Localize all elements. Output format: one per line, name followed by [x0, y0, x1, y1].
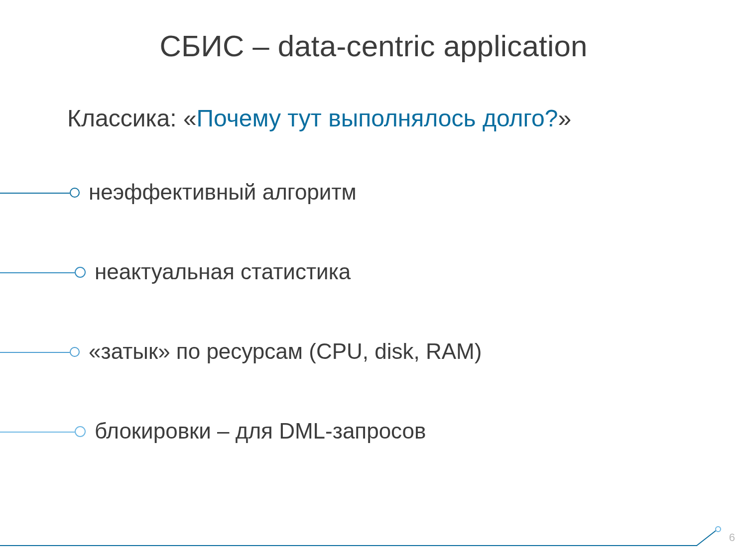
- footer-circle-icon: [715, 526, 721, 532]
- bullet-item: неэффективный алгоритм: [0, 177, 747, 256]
- bullet-text: неактуальная статистика: [95, 259, 351, 284]
- bullet-circle-icon: [70, 347, 80, 357]
- footer-divider-diagonal: [696, 529, 717, 546]
- bullet-circle-icon: [75, 267, 86, 278]
- bullet-text: «затык» по ресурсам (CPU, disk, RAM): [89, 339, 482, 364]
- bullet-list: неэффективный алгоритм неактуальная стат…: [0, 177, 747, 495]
- slide-title: СБИС – data-centric application: [0, 29, 747, 63]
- bullet-connector-line: [0, 193, 70, 194]
- bullet-circle-icon: [75, 426, 86, 437]
- slide-subtitle: Классика: «Почему тут выполнялось долго?…: [67, 105, 571, 132]
- bullet-item: «затык» по ресурсам (CPU, disk, RAM): [0, 336, 747, 416]
- subtitle-accent: Почему тут выполнялось долго?: [197, 105, 558, 131]
- page-number: 6: [729, 531, 735, 544]
- slide: СБИС – data-centric application Классика…: [0, 0, 747, 560]
- footer-divider-line: [0, 545, 697, 546]
- bullet-connector-line: [0, 432, 75, 433]
- bullet-circle-icon: [70, 188, 80, 198]
- bullet-item: блокировки – для DML-запросов: [0, 416, 747, 495]
- bullet-item: неактуальная статистика: [0, 256, 747, 336]
- bullet-text: блокировки – для DML-запросов: [95, 419, 426, 444]
- bullet-connector-line: [0, 352, 70, 353]
- subtitle-prefix: Классика: «: [67, 105, 197, 131]
- subtitle-suffix: »: [558, 105, 571, 131]
- bullet-text: неэффективный алгоритм: [89, 180, 357, 205]
- bullet-connector-line: [0, 272, 75, 273]
